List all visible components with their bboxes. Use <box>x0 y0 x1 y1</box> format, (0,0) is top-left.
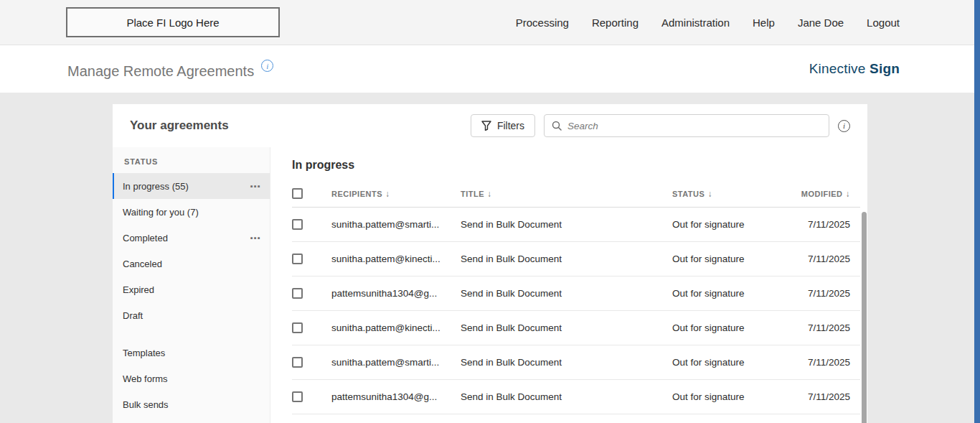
table-row[interactable]: sunitha.pattem@kinecti... Send in Bulk D… <box>292 242 860 276</box>
sort-down-icon: ↓ <box>707 189 712 199</box>
row-checkbox[interactable] <box>292 219 303 230</box>
nav-help[interactable]: Help <box>753 17 775 29</box>
agreements-card: Your agreements Filters i <box>113 104 867 423</box>
filters-button[interactable]: Filters <box>471 114 535 137</box>
column-header-status[interactable]: STATUS ↓ <box>672 189 781 199</box>
brand-logo: Kinective Sign <box>809 61 900 77</box>
list-info-icon[interactable]: i <box>838 120 850 132</box>
sidebar-item-expired[interactable]: Expired <box>113 276 270 302</box>
column-header-recipients[interactable]: RECIPIENTS ↓ <box>331 189 461 199</box>
top-nav: Processing Reporting Administration Help… <box>516 17 900 29</box>
cell-recipients: sunitha.pattem@smarti... <box>331 357 461 368</box>
status-sidebar: STATUS In progress (55) ⋯ Waiting for yo… <box>113 147 270 423</box>
filter-funnel-icon <box>481 121 491 131</box>
sidebar-item-web-forms[interactable]: Web forms <box>113 366 270 391</box>
sort-down-icon: ↓ <box>385 189 390 199</box>
page-title: Manage Remote Agreements <box>67 60 254 78</box>
row-checkbox[interactable] <box>292 391 303 402</box>
brand-name-bold: Sign <box>870 61 900 76</box>
row-checkbox[interactable] <box>292 322 303 333</box>
more-options-icon[interactable]: ⋯ <box>250 233 261 243</box>
cell-recipients: pattemsunitha1304@g... <box>331 391 461 402</box>
row-checkbox[interactable] <box>292 357 303 368</box>
page-info-icon[interactable]: i <box>261 60 273 72</box>
cell-status: Out for signature <box>672 254 781 264</box>
nav-reporting[interactable]: Reporting <box>592 17 639 29</box>
cell-modified: 7/11/2025 <box>781 219 860 230</box>
sidebar-item-waiting-for-you[interactable]: Waiting for you (7) <box>113 199 270 225</box>
cell-modified: 7/11/2025 <box>781 357 860 368</box>
fi-logo-placeholder: Place FI Logo Here <box>66 7 280 37</box>
cell-status: Out for signature <box>672 322 781 333</box>
table-row[interactable]: sunitha.pattem@smarti... Send in Bulk Do… <box>292 208 860 242</box>
agreements-table: In progress RECIPIENTS ↓ TITLE ↓ STATUS … <box>270 147 867 423</box>
nav-user-menu[interactable]: Jane Doe <box>798 17 844 29</box>
row-checkbox[interactable] <box>292 288 303 299</box>
sidebar-item-in-progress[interactable]: In progress (55) ⋯ <box>113 173 270 199</box>
nav-logout[interactable]: Logout <box>867 17 900 29</box>
cell-recipients: sunitha.pattem@kinecti... <box>331 322 461 333</box>
cell-status: Out for signature <box>672 288 781 299</box>
cell-title: Send in Bulk Document <box>461 357 672 368</box>
fi-logo-text: Place FI Logo Here <box>126 17 219 29</box>
sidebar-item-templates[interactable]: Templates <box>113 340 270 366</box>
cell-modified: 7/11/2025 <box>781 288 860 299</box>
cell-modified: 7/11/2025 <box>781 322 860 333</box>
sidebar-item-canceled[interactable]: Canceled <box>113 251 270 276</box>
sidebar-item-draft[interactable]: Draft <box>113 302 270 328</box>
cell-status: Out for signature <box>672 391 781 402</box>
main-content: Your agreements Filters i <box>0 93 980 423</box>
cell-recipients: sunitha.pattem@smarti... <box>331 219 461 230</box>
table-scrollbar-thumb[interactable] <box>862 212 867 423</box>
sidebar-divider <box>113 328 270 340</box>
nav-administration[interactable]: Administration <box>661 17 730 29</box>
cell-title: Send in Bulk Document <box>461 219 672 230</box>
table-header-row: RECIPIENTS ↓ TITLE ↓ STATUS ↓ MODIFIED ↓ <box>292 180 860 208</box>
filters-button-label: Filters <box>497 120 524 131</box>
nav-processing[interactable]: Processing <box>516 17 569 29</box>
select-all-checkbox[interactable] <box>292 188 303 199</box>
more-options-icon[interactable]: ⋯ <box>250 181 261 192</box>
cell-title: Send in Bulk Document <box>461 391 672 402</box>
sort-down-icon: ↓ <box>846 189 851 199</box>
top-bar: Place FI Logo Here Processing Reporting … <box>0 0 980 45</box>
cell-modified: 7/11/2025 <box>781 391 860 402</box>
window-edge-scrollbar[interactable] <box>974 0 980 423</box>
cell-modified: 7/11/2025 <box>781 254 860 264</box>
sidebar-item-bulk-sends[interactable]: Bulk sends <box>113 391 270 417</box>
page-header: Manage Remote Agreements i Kinective Sig… <box>0 45 980 93</box>
column-header-modified[interactable]: MODIFIED ↓ <box>781 189 860 199</box>
search-icon <box>552 121 562 131</box>
agreements-card-header: Your agreements Filters i <box>113 104 867 147</box>
table-section-title: In progress <box>292 159 860 172</box>
cell-status: Out for signature <box>672 357 781 368</box>
search-box <box>544 114 829 137</box>
table-row[interactable]: pattemsunitha1304@g... Send in Bulk Docu… <box>292 380 860 414</box>
table-row[interactable]: sunitha.pattem@smarti... Send in Bulk Do… <box>292 345 860 380</box>
sort-down-icon: ↓ <box>487 189 492 199</box>
table-row[interactable]: pattemsunitha1304@g... Send in Bulk Docu… <box>292 276 860 311</box>
cell-title: Send in Bulk Document <box>461 288 672 299</box>
cell-title: Send in Bulk Document <box>461 254 672 264</box>
row-checkbox[interactable] <box>292 254 303 264</box>
status-section-label: STATUS <box>124 157 270 166</box>
brand-name: Kinective <box>809 61 866 76</box>
sidebar-item-completed[interactable]: Completed ⋯ <box>113 225 270 251</box>
cell-title: Send in Bulk Document <box>461 322 672 333</box>
agreements-title: Your agreements <box>130 118 462 133</box>
cell-recipients: sunitha.pattem@kinecti... <box>331 254 461 264</box>
table-row[interactable]: sunitha.pattem@kinecti... Send in Bulk D… <box>292 311 860 345</box>
column-header-title[interactable]: TITLE ↓ <box>461 189 672 199</box>
cell-recipients: pattemsunitha1304@g... <box>331 288 461 299</box>
cell-status: Out for signature <box>672 219 781 230</box>
search-input[interactable] <box>567 121 821 131</box>
